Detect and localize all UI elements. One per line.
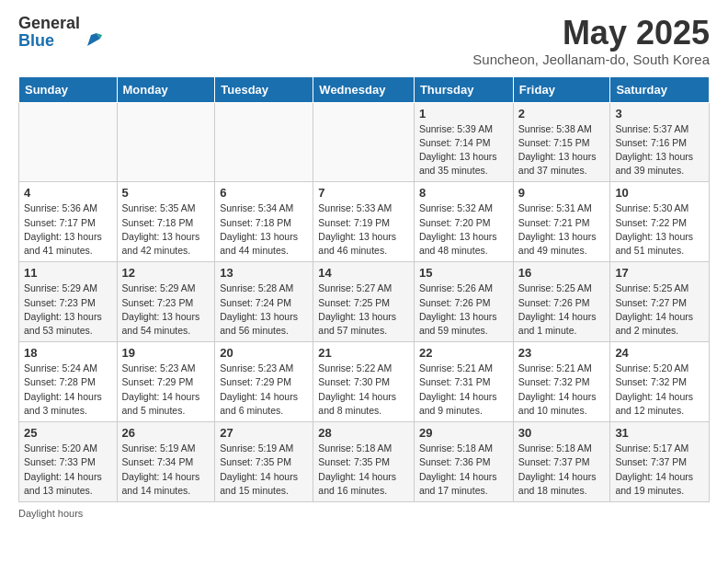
calendar-cell <box>117 102 215 182</box>
day-info: Sunrise: 5:19 AMSunset: 7:35 PMDaylight:… <box>220 442 308 498</box>
calendar-cell: 14Sunrise: 5:27 AMSunset: 7:25 PMDayligh… <box>313 262 415 342</box>
calendar-table: SundayMondayTuesdayWednesdayThursdayFrid… <box>18 76 710 502</box>
day-info: Sunrise: 5:22 AMSunset: 7:30 PMDaylight:… <box>318 362 409 418</box>
day-info: Sunrise: 5:19 AMSunset: 7:34 PMDaylight:… <box>122 442 210 498</box>
calendar-cell <box>215 102 313 182</box>
day-number: 4 <box>24 186 112 200</box>
day-number: 2 <box>518 107 606 121</box>
logo-blue: Blue <box>18 31 54 50</box>
week-row-3: 11Sunrise: 5:29 AMSunset: 7:23 PMDayligh… <box>19 262 710 342</box>
calendar-cell: 25Sunrise: 5:20 AMSunset: 7:33 PMDayligh… <box>19 422 118 502</box>
day-number: 18 <box>24 346 112 360</box>
day-number: 21 <box>318 346 409 360</box>
day-number: 17 <box>615 266 704 280</box>
footer-note: Daylight hours <box>18 508 710 519</box>
day-info: Sunrise: 5:18 AMSunset: 7:37 PMDaylight:… <box>518 442 606 498</box>
day-number: 9 <box>518 186 606 200</box>
day-number: 12 <box>122 266 210 280</box>
day-number: 25 <box>24 426 112 440</box>
day-info: Sunrise: 5:35 AMSunset: 7:18 PMDaylight:… <box>122 201 210 258</box>
day-number: 1 <box>419 107 508 121</box>
day-number: 31 <box>615 426 704 440</box>
calendar-cell: 27Sunrise: 5:19 AMSunset: 7:35 PMDayligh… <box>215 422 313 502</box>
calendar-cell: 13Sunrise: 5:28 AMSunset: 7:24 PMDayligh… <box>215 262 313 342</box>
title-area: May 2025 Suncheon, Jeollanam-do, South K… <box>472 15 710 67</box>
day-info: Sunrise: 5:33 AMSunset: 7:19 PMDaylight:… <box>318 201 409 258</box>
day-number: 26 <box>122 426 210 440</box>
calendar-cell: 15Sunrise: 5:26 AMSunset: 7:26 PMDayligh… <box>414 262 513 342</box>
calendar-cell: 23Sunrise: 5:21 AMSunset: 7:32 PMDayligh… <box>513 342 610 422</box>
day-number: 13 <box>220 266 308 280</box>
day-info: Sunrise: 5:25 AMSunset: 7:27 PMDaylight:… <box>615 282 704 338</box>
day-number: 24 <box>615 346 704 360</box>
calendar-cell: 21Sunrise: 5:22 AMSunset: 7:30 PMDayligh… <box>313 342 415 422</box>
day-info: Sunrise: 5:21 AMSunset: 7:31 PMDaylight:… <box>419 362 508 418</box>
calendar-cell: 24Sunrise: 5:20 AMSunset: 7:32 PMDayligh… <box>610 342 710 422</box>
calendar-cell: 4Sunrise: 5:36 AMSunset: 7:17 PMDaylight… <box>19 182 118 262</box>
calendar-cell: 2Sunrise: 5:38 AMSunset: 7:15 PMDaylight… <box>513 102 610 182</box>
logo-general: General <box>18 14 80 32</box>
calendar-cell: 19Sunrise: 5:23 AMSunset: 7:29 PMDayligh… <box>117 342 215 422</box>
calendar-cell: 22Sunrise: 5:21 AMSunset: 7:31 PMDayligh… <box>414 342 513 422</box>
logo: General Blue <box>18 15 104 50</box>
day-header-tuesday: Tuesday <box>215 76 313 102</box>
week-row-2: 4Sunrise: 5:36 AMSunset: 7:17 PMDaylight… <box>19 182 710 262</box>
day-number: 3 <box>615 107 704 121</box>
day-info: Sunrise: 5:17 AMSunset: 7:37 PMDaylight:… <box>615 442 704 498</box>
week-row-5: 25Sunrise: 5:20 AMSunset: 7:33 PMDayligh… <box>19 422 710 502</box>
day-info: Sunrise: 5:18 AMSunset: 7:35 PMDaylight:… <box>318 442 409 498</box>
day-info: Sunrise: 5:30 AMSunset: 7:22 PMDaylight:… <box>615 201 704 258</box>
day-number: 14 <box>318 266 409 280</box>
day-info: Sunrise: 5:38 AMSunset: 7:15 PMDaylight:… <box>518 122 606 178</box>
month-title: May 2025 <box>472 15 710 52</box>
day-info: Sunrise: 5:29 AMSunset: 7:23 PMDaylight:… <box>24 282 112 338</box>
calendar-cell <box>19 102 118 182</box>
day-info: Sunrise: 5:36 AMSunset: 7:17 PMDaylight:… <box>24 201 112 258</box>
day-number: 22 <box>419 346 508 360</box>
day-info: Sunrise: 5:39 AMSunset: 7:14 PMDaylight:… <box>419 122 508 178</box>
day-info: Sunrise: 5:23 AMSunset: 7:29 PMDaylight:… <box>220 362 308 418</box>
day-number: 29 <box>419 426 508 440</box>
calendar-cell: 17Sunrise: 5:25 AMSunset: 7:27 PMDayligh… <box>610 262 710 342</box>
day-info: Sunrise: 5:27 AMSunset: 7:25 PMDaylight:… <box>318 282 409 338</box>
day-info: Sunrise: 5:24 AMSunset: 7:28 PMDaylight:… <box>24 362 112 418</box>
day-info: Sunrise: 5:37 AMSunset: 7:16 PMDaylight:… <box>615 122 704 178</box>
day-info: Sunrise: 5:21 AMSunset: 7:32 PMDaylight:… <box>518 362 606 418</box>
day-number: 6 <box>220 186 308 200</box>
daylight-label: Daylight hours <box>18 508 83 519</box>
day-header-saturday: Saturday <box>610 76 710 102</box>
calendar-header-row: SundayMondayTuesdayWednesdayThursdayFrid… <box>19 76 710 102</box>
calendar-cell: 10Sunrise: 5:30 AMSunset: 7:22 PMDayligh… <box>610 182 710 262</box>
calendar-cell: 16Sunrise: 5:25 AMSunset: 7:26 PMDayligh… <box>513 262 610 342</box>
calendar-cell: 7Sunrise: 5:33 AMSunset: 7:19 PMDaylight… <box>313 182 415 262</box>
day-number: 27 <box>220 426 308 440</box>
calendar-cell: 3Sunrise: 5:37 AMSunset: 7:16 PMDaylight… <box>610 102 710 182</box>
calendar-cell <box>313 102 415 182</box>
calendar-cell: 18Sunrise: 5:24 AMSunset: 7:28 PMDayligh… <box>19 342 118 422</box>
day-number: 7 <box>318 186 409 200</box>
calendar-cell: 6Sunrise: 5:34 AMSunset: 7:18 PMDaylight… <box>215 182 313 262</box>
day-number: 10 <box>615 186 704 200</box>
day-info: Sunrise: 5:20 AMSunset: 7:33 PMDaylight:… <box>24 442 112 498</box>
day-number: 11 <box>24 266 112 280</box>
day-info: Sunrise: 5:23 AMSunset: 7:29 PMDaylight:… <box>122 362 210 418</box>
day-number: 19 <box>122 346 210 360</box>
day-header-friday: Friday <box>513 76 610 102</box>
week-row-1: 1Sunrise: 5:39 AMSunset: 7:14 PMDaylight… <box>19 102 710 182</box>
day-header-monday: Monday <box>117 76 215 102</box>
day-info: Sunrise: 5:25 AMSunset: 7:26 PMDaylight:… <box>518 282 606 338</box>
day-number: 15 <box>419 266 508 280</box>
day-number: 8 <box>419 186 508 200</box>
subtitle: Suncheon, Jeollanam-do, South Korea <box>472 52 710 67</box>
day-info: Sunrise: 5:34 AMSunset: 7:18 PMDaylight:… <box>220 201 308 258</box>
calendar-cell: 8Sunrise: 5:32 AMSunset: 7:20 PMDaylight… <box>414 182 513 262</box>
day-number: 5 <box>122 186 210 200</box>
calendar-cell: 31Sunrise: 5:17 AMSunset: 7:37 PMDayligh… <box>610 422 710 502</box>
day-info: Sunrise: 5:29 AMSunset: 7:23 PMDaylight:… <box>122 282 210 338</box>
calendar-cell: 12Sunrise: 5:29 AMSunset: 7:23 PMDayligh… <box>117 262 215 342</box>
day-number: 23 <box>518 346 606 360</box>
calendar-cell: 5Sunrise: 5:35 AMSunset: 7:18 PMDaylight… <box>117 182 215 262</box>
day-info: Sunrise: 5:26 AMSunset: 7:26 PMDaylight:… <box>419 282 508 338</box>
day-header-sunday: Sunday <box>19 76 118 102</box>
day-info: Sunrise: 5:28 AMSunset: 7:24 PMDaylight:… <box>220 282 308 338</box>
